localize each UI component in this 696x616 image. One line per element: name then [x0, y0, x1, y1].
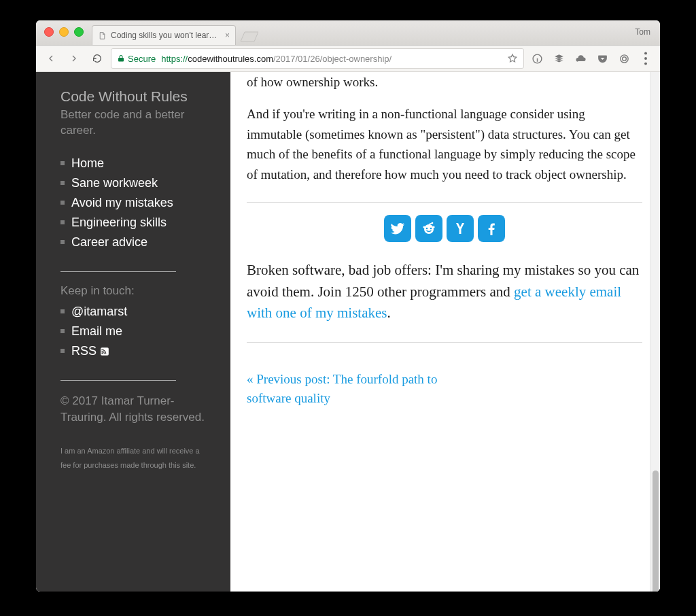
social-share-row [247, 215, 642, 242]
site-sidebar: Code Without Rules Better code and a bet… [36, 72, 230, 592]
bullet-icon [60, 309, 65, 313]
reload-button[interactable] [88, 49, 107, 68]
bullet-icon [60, 240, 65, 244]
contact-item-email: Email me [60, 322, 211, 341]
extension-pocket-icon[interactable] [593, 50, 611, 67]
svg-point-10 [432, 226, 434, 228]
extension-cloud-icon[interactable] [572, 50, 589, 67]
browser-menu-button[interactable] [637, 50, 655, 67]
tab-title: Coding skills you won't learn in [111, 31, 221, 40]
toolbar: Secure https://codewithoutrules.com/2017… [36, 46, 660, 72]
page-icon [98, 31, 107, 40]
article-divider [247, 202, 642, 203]
url: https://codewithoutrules.com/2017/01/26/… [161, 54, 392, 64]
facebook-icon [483, 220, 500, 237]
copyright: © 2017 Itamar Turner-Trauring. All right… [60, 393, 211, 426]
url-path: /2017/01/26/object-ownership/ [273, 54, 392, 64]
nav-link-career[interactable]: Career advice [71, 235, 147, 250]
sidebar-divider [60, 380, 176, 381]
svg-point-3 [644, 57, 647, 60]
browser-tab[interactable]: Coding skills you won't learn in × [92, 25, 236, 45]
rss-icon [100, 344, 109, 358]
svg-point-7 [426, 228, 428, 230]
url-protocol: https:// [161, 54, 188, 64]
titlebar: Coding skills you won't learn in × Tom [36, 20, 660, 46]
url-host: codewithoutrules.com [188, 54, 273, 64]
brand-title: Code Without Rules [60, 88, 211, 105]
svg-point-8 [430, 228, 432, 230]
contact-link-email[interactable]: Email me [71, 324, 122, 339]
bullet-icon [60, 349, 65, 353]
page-viewport: Code Without Rules Better code and a bet… [36, 72, 660, 592]
nav-link-skills[interactable]: Engineering skills [71, 216, 167, 230]
nav-list: Home Sane workweek Avoid my mistakes Eng… [60, 154, 211, 252]
article-main: of how ownership works. And if you're wr… [230, 72, 660, 592]
close-tab-icon[interactable]: × [225, 31, 230, 40]
nav-item-home: Home [60, 154, 211, 173]
bullet-icon [60, 201, 65, 205]
share-twitter-button[interactable] [384, 215, 411, 242]
nav-link-sane[interactable]: Sane workweek [71, 176, 158, 190]
nav-item-sane: Sane workweek [60, 173, 211, 193]
article-paragraph: And if you're writing in a non-functiona… [247, 104, 642, 184]
contact-item-rss: RSS [60, 341, 211, 361]
extension-circle-icon[interactable] [615, 50, 633, 67]
share-reddit-button[interactable] [415, 215, 442, 242]
extension-info-icon[interactable] [528, 50, 546, 67]
forward-button[interactable] [65, 49, 84, 68]
cta-post: . [387, 305, 390, 321]
window-controls [44, 27, 84, 37]
newsletter-cta: Broken software, bad job offers: I'm sha… [247, 260, 642, 324]
twitter-icon [389, 220, 406, 237]
hackernews-icon [452, 220, 468, 237]
bullet-icon [60, 181, 65, 185]
previous-post-nav: « Previous post: The fourfold path to so… [247, 370, 484, 409]
minimize-window-button[interactable] [59, 27, 69, 37]
new-tab-button[interactable] [240, 26, 259, 45]
sidebar-divider [60, 271, 176, 272]
contact-item-twitter: @itamarst [60, 302, 211, 322]
close-window-button[interactable] [44, 27, 54, 37]
back-button[interactable] [41, 49, 60, 68]
nav-link-home[interactable]: Home [71, 156, 104, 171]
nav-item-career: Career advice [60, 233, 211, 252]
bullet-icon [60, 161, 65, 165]
share-hackernews-button[interactable] [447, 215, 474, 242]
browser-window: Coding skills you won't learn in × Tom S… [36, 20, 660, 592]
scrollbar-thumb[interactable] [652, 470, 659, 592]
nav-link-mistakes[interactable]: Avoid my mistakes [71, 196, 173, 210]
maximize-window-button[interactable] [74, 27, 84, 37]
contact-link-twitter[interactable]: @itamarst [71, 305, 127, 319]
address-bar[interactable]: Secure https://codewithoutrules.com/2017… [111, 48, 524, 69]
contact-list: @itamarst Email me RSS [60, 302, 211, 361]
nav-item-mistakes: Avoid my mistakes [60, 193, 211, 213]
bullet-icon [60, 329, 65, 333]
article-divider [247, 342, 642, 343]
affiliate-note: I am an Amazon affiliate and will receiv… [60, 444, 211, 473]
scrollbar-track[interactable] [650, 72, 660, 592]
svg-point-1 [620, 54, 627, 62]
profile-name[interactable]: Tom [635, 27, 650, 37]
bullet-icon [60, 220, 65, 224]
svg-point-4 [644, 63, 647, 65]
svg-point-2 [644, 52, 647, 54]
svg-point-9 [423, 226, 425, 228]
previous-post-link[interactable]: « Previous post: The fourfold path to so… [247, 372, 437, 406]
brand-subtitle: Better code and a better career. [60, 107, 211, 139]
share-facebook-button[interactable] [478, 215, 505, 242]
secure-label: Secure [128, 54, 156, 64]
contact-link-rss[interactable]: RSS [71, 344, 109, 358]
bookmark-star-icon[interactable] [507, 53, 518, 64]
secure-badge: Secure [117, 54, 156, 64]
svg-point-6 [424, 224, 434, 234]
contact-heading: Keep in touch: [60, 284, 211, 298]
reddit-icon [421, 220, 437, 237]
extension-buffer-icon[interactable] [550, 50, 568, 67]
article-tail-line: of how ownership works. [247, 72, 642, 92]
nav-item-skills: Engineering skills [60, 213, 211, 233]
